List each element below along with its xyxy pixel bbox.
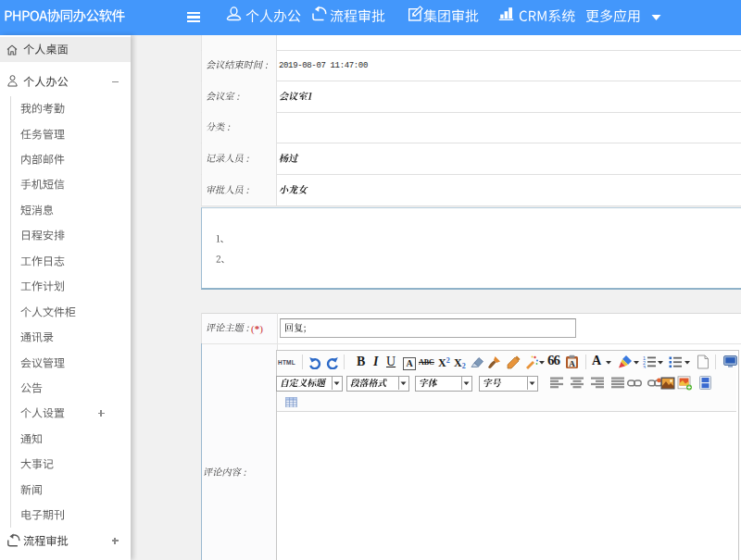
svg-text:3: 3	[643, 364, 646, 368]
svg-text:A: A	[569, 359, 575, 368]
